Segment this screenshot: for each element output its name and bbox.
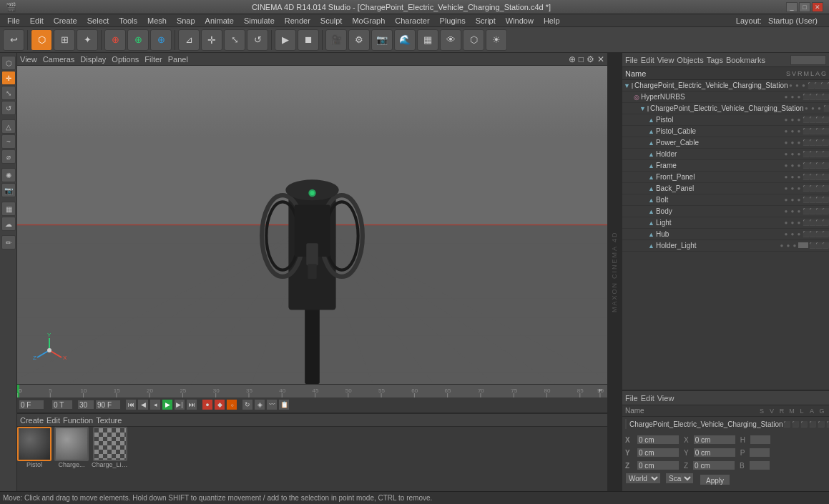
om-row-bolt[interactable]: ▲ Bolt ●●●⬛⬛⬛⬛	[622, 194, 829, 206]
attr-object-row[interactable]: ChargePoint_Electric_Vehicle_Charging_St…	[622, 417, 829, 431]
menu-mesh[interactable]: Mesh	[143, 16, 171, 26]
vt-icon-2[interactable]: □	[579, 54, 584, 64]
om-row-pistol-cable[interactable]: ▲ Pistol_Cable ●●●⬛⬛⬛⬛	[622, 126, 829, 137]
om-file[interactable]: File	[625, 56, 638, 64]
coord-z-pos[interactable]	[637, 460, 680, 470]
lt-camera-btn[interactable]: 📷	[1, 183, 16, 197]
undo-button[interactable]: ↩	[3, 29, 24, 51]
lt-light-btn[interactable]: ✺	[1, 168, 16, 182]
maximize-button[interactable]: □	[799, 2, 810, 12]
coord-h[interactable]	[750, 435, 771, 445]
lt-move-btn[interactable]: ✛	[1, 71, 16, 85]
next-frame-button[interactable]: ▶|	[174, 399, 185, 410]
rotate-x-button[interactable]: ⊕	[104, 29, 126, 51]
rotate-z-button[interactable]: ⊕	[150, 29, 172, 51]
menu-window[interactable]: Window	[501, 16, 538, 26]
lt-nurbs-btn[interactable]: ~	[1, 134, 16, 149]
menu-mograph[interactable]: MoGraph	[348, 16, 389, 26]
menu-sculpt[interactable]: Sculpt	[316, 16, 347, 26]
attr-edit[interactable]: Edit	[641, 394, 654, 402]
menu-tools[interactable]: Tools	[114, 16, 142, 26]
menu-file[interactable]: File	[3, 16, 24, 26]
attr-view[interactable]: View	[657, 394, 675, 402]
lt-polygon-btn[interactable]: △	[1, 119, 16, 134]
close-button[interactable]: ✕	[812, 2, 823, 12]
om-row-hypernurbs[interactable]: ◎ HyperNURBS ●●●⬛⬛⬛⬛	[622, 92, 829, 103]
om-row-body[interactable]: ▲ Body ●●●⬛⬛⬛⬛	[622, 206, 829, 217]
om-row-frame[interactable]: ▲ Frame ●●●⬛⬛⬛⬛	[622, 160, 829, 172]
om-search-input[interactable]	[790, 55, 826, 65]
om-edit[interactable]: Edit	[641, 56, 654, 64]
light-button[interactable]: ☀	[486, 29, 507, 51]
coord-z-rot[interactable]	[692, 460, 735, 470]
coord-world-select[interactable]: World Local	[625, 473, 661, 484]
3d-viewport[interactable]: Perspective	[17, 66, 607, 384]
timeline-ruler[interactable]: 0 5 10 15 20 25 30 35	[17, 385, 607, 397]
playback-settings-button[interactable]: ⏹	[298, 29, 319, 51]
menu-script[interactable]: Script	[471, 16, 500, 26]
key-all-button[interactable]: ⬦	[226, 399, 237, 410]
end-frame-input[interactable]	[95, 400, 121, 410]
point-mode-button[interactable]: ✦	[77, 29, 98, 51]
material-item-pistol[interactable]: Pistol	[17, 427, 51, 491]
lt-paint-btn[interactable]: ✏	[1, 235, 16, 249]
menu-render[interactable]: Render	[280, 16, 315, 26]
scale-button[interactable]: ⤡	[224, 29, 245, 51]
menu-simulate[interactable]: Simulate	[240, 16, 279, 26]
key-mode-button[interactable]: ◈	[254, 399, 265, 410]
vt-icon-3[interactable]: ⚙	[587, 54, 594, 64]
render-to-po-button[interactable]: 📷	[371, 29, 393, 51]
menu-snap[interactable]: Snap	[172, 16, 200, 26]
om-row-light[interactable]: ▲ Light ●●●⬛⬛⬛⬛	[622, 217, 829, 229]
render-settings-button[interactable]: ⚙	[348, 29, 370, 51]
om-objects[interactable]: Objects	[677, 56, 703, 64]
perspective-button[interactable]: ⬡	[463, 29, 484, 51]
coord-scale-select[interactable]: Scale	[665, 473, 694, 484]
display-button[interactable]: 👁	[440, 29, 461, 51]
menu-plugins[interactable]: Plugins	[436, 16, 470, 26]
vt-cameras[interactable]: Cameras	[43, 55, 75, 64]
vt-panel[interactable]: Panel	[168, 55, 188, 64]
mat-function[interactable]: Function	[63, 416, 93, 425]
move-button[interactable]: ✛	[201, 29, 222, 51]
record-button[interactable]: ●	[202, 399, 213, 410]
om-row-subgroup[interactable]: ▼ ChargePoint_Electric_Vehicle_Charging_…	[622, 103, 829, 114]
apply-button[interactable]: Apply	[700, 474, 730, 485]
vt-filter[interactable]: Filter	[144, 55, 162, 64]
go-to-end-button[interactable]: ⏭	[186, 399, 197, 410]
coord-y-pos[interactable]	[637, 448, 680, 458]
loop-button[interactable]: ↻	[242, 399, 253, 410]
om-view[interactable]: View	[657, 56, 675, 64]
timeline-btn[interactable]: 📋	[278, 399, 290, 410]
coord-x-pos[interactable]	[637, 435, 680, 445]
attr-file[interactable]: File	[625, 394, 638, 402]
lt-rotate-btn[interactable]: ↺	[1, 101, 16, 115]
prev-frame-button[interactable]: ◀	[137, 399, 149, 410]
motion-path-button[interactable]: 〰	[266, 399, 278, 410]
menu-help[interactable]: Help	[539, 16, 564, 26]
om-row-pistol[interactable]: ▲ Pistol ●●●⬛⬛⬛⬛	[622, 114, 829, 126]
vt-display[interactable]: Display	[80, 55, 106, 64]
coord-p[interactable]	[749, 448, 770, 458]
menu-character[interactable]: Character	[391, 16, 433, 26]
floor-button[interactable]: ▦	[417, 29, 438, 51]
lt-deformer-btn[interactable]: ⌀	[1, 149, 16, 164]
fps-input[interactable]	[77, 400, 94, 410]
current-frame-input[interactable]	[19, 400, 44, 410]
om-row-holder[interactable]: ▲ Holder ●●●⬛⬛⬛⬛	[622, 149, 829, 160]
play-button[interactable]: ▶	[275, 29, 296, 51]
model-mode-button[interactable]: ⬡	[31, 29, 52, 51]
menu-select[interactable]: Select	[83, 16, 114, 26]
auto-key-button[interactable]: ◆	[214, 399, 225, 410]
lt-floor-btn[interactable]: ▦	[1, 202, 16, 216]
material-item-charge-lig[interactable]: Charge_Lig...	[92, 427, 129, 491]
om-bookmarks[interactable]: Bookmarks	[726, 56, 765, 64]
minimize-button[interactable]: _	[786, 2, 798, 12]
current-time-input[interactable]	[51, 400, 73, 410]
om-row-front-panel[interactable]: ▲ Front_Panel ●●●⬛⬛⬛⬛	[622, 172, 829, 183]
rotate-y-button[interactable]: ⊕	[127, 29, 149, 51]
vt-view[interactable]: View	[20, 55, 37, 64]
om-row-power-cable[interactable]: ▲ Power_Cable ●●●⬛⬛⬛⬛	[622, 137, 829, 149]
coord-y-rot[interactable]	[693, 448, 736, 458]
post-render-button[interactable]: 🌊	[394, 29, 416, 51]
